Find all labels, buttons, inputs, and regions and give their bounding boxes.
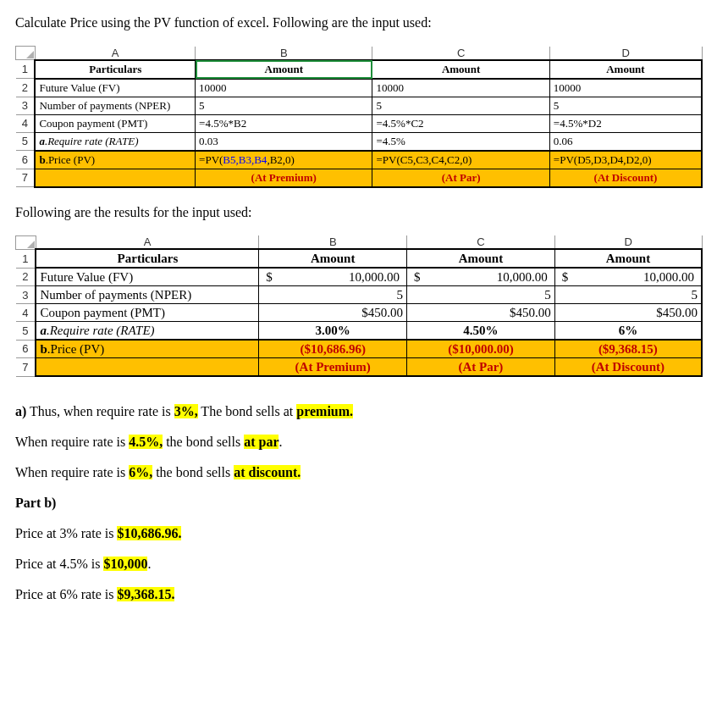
conclusion-a: a) Thus, when require rate is 3%, The bo… [15, 404, 713, 419]
t1-blank [35, 169, 195, 187]
t2-note-c: (At Par) [407, 358, 555, 377]
t1-price-b: =PV(B5,B3,B4,B2,0) [196, 151, 372, 169]
t1-fv-d: 10000 [549, 79, 702, 97]
formula-table: A B C D 1 Particulars Amount Amount Amou… [15, 46, 703, 188]
t1-pmt-d: =4.5%*D2 [549, 114, 702, 132]
t1-price-c: =PV(C5,C3,C4,C2,0) [372, 151, 549, 169]
t2-price-c: ($10,000.00) [407, 340, 555, 358]
t2-nper-label: Number of payments (NPER) [36, 286, 258, 304]
col2-B: B [259, 235, 407, 249]
t2-note-d: (At Discount) [554, 358, 702, 377]
t2-pmt-label: Coupon payment (PMT) [36, 304, 258, 322]
t1-fv-b: 10000 [196, 79, 372, 97]
row-4: 4 [16, 114, 36, 132]
t2-rate-d: 6% [554, 322, 702, 341]
t2-rate-b: 3.00% [259, 322, 407, 341]
t1-nper-label: Number of payments (NPER) [35, 97, 195, 114]
t1-fv-label: Future Value (FV) [35, 79, 195, 97]
row-5: 5 [16, 132, 36, 151]
hdr-amount-c: Amount [372, 60, 549, 79]
t2-nper-c: 5 [407, 286, 555, 304]
t2-hdr-c: Amount [407, 249, 555, 268]
t1-price-d: =PV(D5,D3,D4,D2,0) [549, 151, 702, 169]
t2-nper-d: 5 [554, 286, 702, 304]
t1-fv-c: 10000 [372, 79, 549, 97]
col-C: C [372, 47, 549, 60]
t1-rate-label: a.Require rate (RATE) [35, 132, 195, 151]
row-3: 3 [16, 97, 36, 114]
t1-nper-c: 5 [372, 97, 549, 114]
t2-note-b: (At Premium) [259, 358, 407, 377]
col-D: D [549, 47, 702, 60]
t2-fv-b: $10,000.00 [259, 268, 407, 286]
t2-pmt-b: $450.00 [259, 304, 407, 322]
t1-pmt-c: =4.5%*C2 [372, 114, 549, 132]
t2-hdr-d: Amount [554, 249, 702, 268]
hdr-amount-b: Amount [196, 60, 372, 79]
part-b-heading: Part b) [15, 496, 713, 511]
row-1: 1 [16, 60, 36, 79]
t2-rate-c: 4.50% [407, 322, 555, 341]
row2-1: 1 [16, 249, 36, 268]
t2-blank [36, 358, 258, 377]
mid-text: Following are the results for the input … [15, 205, 713, 220]
col-B: B [196, 47, 372, 60]
t2-rate-label: a.Require rate (RATE) [36, 322, 258, 341]
price-3: Price at 3% rate is $10,686.96. [15, 526, 713, 541]
hdr-particulars: Particulars [35, 60, 195, 79]
intro-text: Calculate Price using the PV function of… [15, 15, 713, 30]
t1-pmt-b: =4.5%*B2 [196, 114, 372, 132]
row-7: 7 [16, 169, 36, 187]
row-6: 6 [16, 151, 36, 169]
row2-5: 5 [16, 322, 36, 341]
price-6: Price at 6% rate is $9,368.15. [15, 587, 713, 602]
t1-rate-b: 0.03 [196, 132, 372, 151]
t1-nper-d: 5 [549, 97, 702, 114]
t2-pmt-c: $450.00 [407, 304, 555, 322]
t1-rate-c: =4.5% [372, 132, 549, 151]
conclusion-b: When require rate is 4.5%, the bond sell… [15, 435, 713, 450]
t2-fv-c: $10,000.00 [407, 268, 555, 286]
price-45: Price at 4.5% is $10,000. [15, 557, 713, 572]
t1-note-b: (At Premium) [196, 169, 372, 187]
row-2: 2 [16, 79, 36, 97]
t2-nper-b: 5 [259, 286, 407, 304]
t1-pmt-label: Coupon payment (PMT) [35, 114, 195, 132]
t2-fv-label: Future Value (FV) [36, 268, 258, 286]
results-table: A B C D 1 Particulars Amount Amount Amou… [15, 235, 703, 378]
t1-rate-d: 0.06 [549, 132, 702, 151]
col-A: A [35, 47, 195, 60]
t1-nper-b: 5 [196, 97, 372, 114]
col2-D: D [554, 235, 702, 249]
corner-cell-2 [16, 235, 36, 249]
col2-A: A [36, 235, 258, 249]
t1-price-label: b.Price (PV) [35, 151, 195, 169]
t1-note-d: (At Discount) [549, 169, 702, 187]
t2-hdr-b: Amount [259, 249, 407, 268]
t2-pmt-d: $450.00 [554, 304, 702, 322]
hdr-amount-d: Amount [549, 60, 702, 79]
t1-note-c: (At Par) [372, 169, 549, 187]
row2-2: 2 [16, 268, 36, 286]
t2-price-d: ($9,368.15) [554, 340, 702, 358]
t2-fv-d: $10,000.00 [554, 268, 702, 286]
t2-price-b: ($10,686.96) [259, 340, 407, 358]
t2-price-label: b.Price (PV) [36, 340, 258, 358]
row2-3: 3 [16, 286, 36, 304]
corner-cell [16, 47, 36, 60]
conclusion-c: When require rate is 6%, the bond sells … [15, 465, 713, 480]
row2-6: 6 [16, 340, 36, 358]
col2-C: C [407, 235, 555, 249]
t2-hdr-a: Particulars [36, 249, 258, 268]
row2-7: 7 [16, 358, 36, 377]
row2-4: 4 [16, 304, 36, 322]
